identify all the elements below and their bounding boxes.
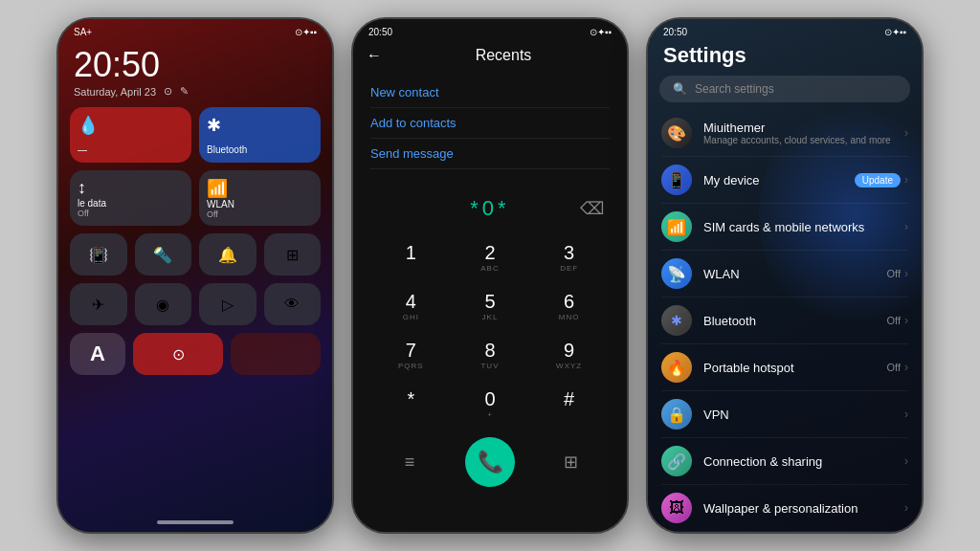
settings-item-wallpaper[interactable]: 🖼 Wallpaper & personalization ›	[648, 485, 922, 531]
dial-number: *0*	[470, 196, 509, 221]
tile-flashlight[interactable]: 🔦	[135, 233, 192, 276]
sim-name: SIM cards & mobile networks	[703, 220, 893, 234]
phone-1: SA+ ⊙✦▪▪ 20:50 Saturday, April 23 ⊙ ✎ 💧 …	[56, 17, 334, 534]
chevron-icon: ›	[904, 361, 908, 374]
search-bar[interactable]: 🔍 Search settings	[659, 76, 910, 102]
key-1[interactable]: 1	[372, 234, 450, 281]
bluetooth-name: Bluetooth	[703, 314, 876, 328]
tile-notification[interactable]: 🔔	[199, 233, 256, 276]
tile-vibrate[interactable]: 📳	[70, 233, 127, 276]
keyboard-tile[interactable]: A	[70, 333, 125, 375]
bluetooth-right: Off ›	[887, 314, 908, 327]
phone-2-screen: 20:50 ⊙✦▪▪ ← Recents New contact Add to …	[353, 19, 627, 532]
time-3: 20:50	[663, 27, 687, 37]
key-4[interactable]: 4GHI	[372, 283, 450, 330]
chevron-icon: ›	[904, 314, 908, 327]
wallpaper-icon: 🖼	[661, 493, 692, 523]
call-button[interactable]: 📞	[465, 437, 515, 487]
dialpad: 1 2ABC 3DEF 4GHI 5JKL 6MNO 7PQRS 8TUV 9W…	[353, 231, 627, 431]
calendar-icon[interactable]: ⊙	[164, 85, 172, 98]
backspace-button[interactable]: ⌫	[580, 198, 604, 219]
status-icons-2: ⊙✦▪▪	[590, 27, 612, 37]
time-2: 20:50	[368, 27, 392, 37]
home-bar[interactable]	[157, 520, 234, 524]
tile-bluetooth[interactable]: ✱ Bluetooth	[199, 107, 321, 163]
dial-display: *0* ⌫	[353, 177, 627, 231]
key-3[interactable]: 3DEF	[530, 234, 608, 281]
vpn-name: VPN	[703, 408, 893, 422]
mydevice-text: My device	[703, 173, 843, 187]
settings-item-sim[interactable]: 📶 SIM cards & mobile networks ›	[648, 204, 922, 250]
recents-title: Recents	[393, 47, 613, 64]
connection-right: ›	[904, 454, 908, 468]
miuithemer-icon: 🎨	[661, 118, 692, 148]
mydevice-right: Update ›	[855, 173, 908, 187]
screenrecord-icon: ⊞	[286, 246, 299, 264]
key-2[interactable]: 2ABC	[452, 234, 529, 281]
bottom-row: A ⊙	[58, 325, 332, 375]
mobile-data-icon: ↕	[78, 178, 86, 198]
settings-item-hotspot[interactable]: 🔥 Portable hotspot Off ›	[648, 344, 922, 390]
settings-item-miuithemer[interactable]: 🎨 Miuithemer Manage accounts, cloud serv…	[648, 110, 922, 156]
tile-autorotate[interactable]: ◉	[135, 283, 192, 325]
back-button[interactable]: ←	[367, 47, 382, 64]
wlan-right: Off ›	[887, 267, 908, 280]
bluetooth-status: Off	[887, 315, 901, 326]
new-contact-option[interactable]: New contact	[370, 77, 610, 108]
wlan-status: Off	[887, 268, 901, 279]
tile-location[interactable]: ▷	[199, 283, 256, 325]
send-message-option[interactable]: Send message	[370, 139, 610, 169]
settings-item-bluetooth[interactable]: ✱ Bluetooth Off ›	[648, 298, 922, 343]
wallpaper-text: Wallpaper & personalization	[703, 501, 893, 516]
tile-grid-row4: ✈ ◉ ▷ 👁	[58, 276, 332, 325]
key-5[interactable]: 5JKL	[452, 283, 529, 330]
status-icons-1: ⊙✦▪▪	[295, 27, 317, 37]
date-text: Saturday, April 23	[74, 86, 156, 98]
key-hash[interactable]: #	[530, 381, 608, 428]
search-placeholder: Search settings	[695, 82, 774, 96]
vpn-right: ›	[904, 408, 908, 421]
tile-reading[interactable]: 👁	[264, 283, 322, 325]
key-7[interactable]: 7PQRS	[372, 332, 450, 379]
sim-right: ›	[904, 220, 908, 233]
tile-mobile-data[interactable]: ↕ le data Off	[70, 170, 191, 226]
tile-screenrecord[interactable]: ⊞	[264, 233, 322, 276]
recents-header: ← Recents	[353, 41, 627, 70]
wlan-name: WLAN	[703, 267, 876, 281]
wlan-icon: 📶	[207, 178, 228, 199]
key-0[interactable]: 0+	[452, 381, 529, 428]
vibrate-icon: 📳	[89, 246, 108, 264]
vpn-icon: 🔒	[661, 399, 692, 430]
key-8[interactable]: 8TUV	[452, 332, 529, 379]
settings-item-connection[interactable]: 🔗 Connection & sharing ›	[648, 438, 922, 484]
settings-item-wlan[interactable]: 📡 WLAN Off ›	[648, 251, 922, 297]
music-tile[interactable]	[231, 333, 321, 375]
hotspot-right: Off ›	[887, 361, 908, 374]
miuithemer-text: Miuithemer Manage accounts, cloud servic…	[703, 121, 893, 145]
wallpaper-name: Wallpaper & personalization	[703, 501, 893, 516]
key-star[interactable]: *	[372, 381, 450, 428]
vpn-text: VPN	[703, 408, 893, 422]
tile-airplane[interactable]: ✈	[70, 283, 127, 325]
settings-item-vpn[interactable]: 🔒 VPN ›	[648, 391, 922, 437]
miuithemer-right: ›	[904, 126, 908, 140]
clock-display-1: 20:50	[58, 41, 332, 85]
flashlight-icon: 🔦	[153, 246, 172, 264]
red-btn-icon: ⊙	[172, 345, 185, 364]
chevron-icon: ›	[904, 173, 908, 187]
notification-icon: 🔔	[218, 246, 237, 264]
red-button-tile[interactable]: ⊙	[133, 333, 223, 375]
dialpad-grid-icon[interactable]: ⊞	[551, 452, 590, 473]
contacts-icon[interactable]: ≡	[390, 452, 429, 473]
phone-icon: 📞	[478, 450, 503, 474]
update-badge: Update	[855, 173, 901, 187]
key-9[interactable]: 9WXYZ	[530, 332, 608, 379]
chevron-icon: ›	[904, 126, 908, 140]
tile-water[interactable]: 💧 —	[70, 107, 191, 163]
tile-wlan[interactable]: 📶 WLAN Off	[199, 170, 321, 226]
add-to-contacts-option[interactable]: Add to contacts	[370, 108, 610, 139]
edit-icon[interactable]: ✎	[180, 85, 189, 98]
key-6[interactable]: 6MNO	[530, 283, 608, 330]
settings-item-mydevice[interactable]: 📱 My device Update ›	[648, 157, 922, 203]
tile-grid-row2: ↕ le data Off 📶 WLAN Off	[58, 163, 332, 226]
